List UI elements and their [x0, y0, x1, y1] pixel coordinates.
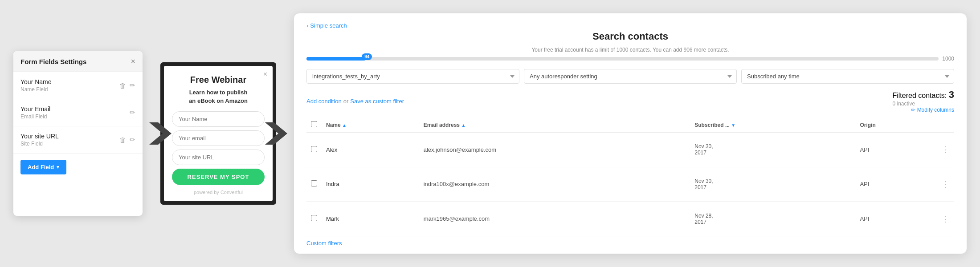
email-mark: mark1965@example.com: [419, 202, 690, 236]
webinar-subtitle: Learn how to publishan eBook on Amazon: [172, 89, 265, 105]
field-actions-url: 🗑 ✏: [119, 136, 135, 144]
field-text-email: Your Email Email Field: [20, 105, 50, 120]
form-fields-settings-panel: Form Fields Settings × Your Name Name Fi…: [13, 51, 143, 216]
subscribed-alex: Nov 30,2017: [690, 133, 855, 167]
autoresponder-filter-select[interactable]: Any autoresponder setting: [524, 69, 737, 84]
field-text-name: Your Name Name Field: [20, 78, 52, 93]
header-subscribed[interactable]: Subscribed ... ▼: [690, 117, 855, 133]
chevron-down-icon: ▾: [57, 164, 59, 170]
simple-search-link[interactable]: ‹ Simple search: [306, 22, 347, 29]
header-origin: Origin: [855, 117, 937, 133]
row-menu-indra[interactable]: ⋮: [937, 167, 954, 202]
filtered-inactive: 0 inactive: [892, 101, 954, 107]
sort-name-icon: ▲: [342, 123, 347, 128]
field-sublabel-url: Site Field: [20, 141, 59, 147]
custom-filters-link[interactable]: Custom filters: [306, 240, 954, 247]
header-checkbox-col: [306, 117, 322, 133]
condition-row: Add condition or Save as custom filter F…: [306, 89, 954, 113]
contacts-table: Name ▲ Email address ▲ Subscribed ... ▼ …: [306, 117, 954, 236]
row-menu-mark[interactable]: ⋮: [937, 202, 954, 236]
filter-row: integrations_tests_by_arty Any autorespo…: [306, 69, 954, 84]
trial-info-text: Your free trial account has a limit of 1…: [306, 47, 954, 53]
webinar-panel-wrapper: × Free Webinar Learn how to publishan eB…: [160, 62, 276, 204]
modify-columns-link[interactable]: ✏ Modify columns: [892, 107, 954, 113]
field-text-url: Your site URL Site Field: [20, 133, 59, 147]
field-actions-email: ✏: [130, 109, 135, 117]
close-button[interactable]: ×: [131, 57, 135, 65]
condition-links: Add condition or Save as custom filter: [306, 98, 404, 105]
header-email: Email address ▲: [419, 117, 690, 133]
save-filter-link[interactable]: Save as custom filter: [350, 98, 404, 105]
field-row-url: Your site URL Site Field 🗑 ✏: [13, 126, 143, 154]
subscribed-indra: Nov 30,2017: [690, 167, 855, 202]
search-contacts-panel: ‹ Simple search Search contacts Your fre…: [294, 13, 967, 254]
table-header-row: Name ▲ Email address ▲ Subscribed ... ▼ …: [306, 117, 954, 133]
select-alex-checkbox[interactable]: [311, 146, 317, 152]
edit-field-name-button[interactable]: ✏: [130, 81, 135, 89]
page-title: Search contacts: [306, 31, 954, 42]
name-mark: Mark: [322, 202, 419, 236]
table-row: Indra indra100x@example.com Nov 30,2017 …: [306, 167, 954, 202]
ellipsis-icon: ⋮: [942, 145, 950, 154]
origin-mark: API: [855, 202, 937, 236]
select-all-checkbox[interactable]: [311, 121, 317, 127]
powered-by-label: powered by Convertful: [172, 190, 265, 195]
panel-title: Form Fields Settings: [20, 58, 86, 65]
simple-search-label: Simple search: [310, 22, 347, 29]
list-filter-select[interactable]: integrations_tests_by_arty: [306, 69, 519, 84]
origin-indra: API: [855, 167, 937, 202]
name-alex: Alex: [322, 133, 419, 167]
add-field-label: Add Field: [28, 164, 54, 170]
field-label-url: Your site URL: [20, 133, 59, 140]
field-sublabel-name: Name Field: [20, 86, 52, 93]
progress-track: 94: [306, 57, 939, 61]
webinar-email-input[interactable]: [172, 130, 265, 146]
filtered-info: Filtered contacts: 3 0 inactive ✏ Modify…: [892, 89, 954, 113]
email-alex: alex.johnson@example.com: [419, 133, 690, 167]
edit-field-url-button[interactable]: ✏: [130, 136, 135, 144]
progress-fill: 94: [306, 57, 366, 61]
webinar-outer-frame: × Free Webinar Learn how to publishan eB…: [160, 62, 276, 204]
pencil-icon: ✏: [911, 107, 915, 113]
webinar-title: Free Webinar: [172, 75, 265, 85]
progress-max: 1000: [942, 56, 954, 62]
field-row-email: Your Email Email Field ✏: [13, 99, 143, 126]
webinar-close-button[interactable]: ×: [263, 70, 267, 78]
add-field-button[interactable]: Add Field ▾: [20, 160, 66, 174]
subscribed-filter-select[interactable]: Subscribed any time: [741, 69, 954, 84]
row-menu-alex[interactable]: ⋮: [937, 133, 954, 167]
add-condition-link[interactable]: Add condition: [306, 98, 342, 105]
webinar-url-input[interactable]: [172, 150, 265, 165]
ellipsis-icon: ⋮: [942, 180, 950, 189]
ellipsis-icon: ⋮: [942, 214, 950, 223]
table-row: Alex alex.johnson@example.com Nov 30,201…: [306, 133, 954, 167]
row-checkbox-indra: [306, 167, 322, 202]
email-indra: indra100x@example.com: [419, 167, 690, 202]
webinar-form-panel: × Free Webinar Learn how to publishan eB…: [164, 66, 273, 201]
select-indra-checkbox[interactable]: [311, 180, 317, 186]
header-name: Name ▲: [322, 117, 419, 133]
table-row: Mark mark1965@example.com Nov 28,2017 AP…: [306, 202, 954, 236]
field-label-email: Your Email: [20, 105, 50, 113]
chevron-left-icon: ‹: [306, 22, 308, 29]
search-nav: ‹ Simple search: [306, 22, 954, 29]
origin-alex: API: [855, 133, 937, 167]
webinar-name-input[interactable]: [172, 111, 265, 127]
name-indra: Indra: [322, 167, 419, 202]
webinar-cta-button[interactable]: RESERVE MY SPOT: [172, 169, 265, 185]
delete-field-url-button[interactable]: 🗑: [119, 136, 126, 144]
select-mark-checkbox[interactable]: [311, 215, 317, 221]
edit-field-email-button[interactable]: ✏: [130, 109, 135, 117]
field-sublabel-email: Email Field: [20, 113, 50, 120]
progress-row: 94 1000: [306, 56, 954, 62]
filtered-label: Filtered contacts:: [892, 92, 947, 99]
field-label-name: Your Name: [20, 78, 52, 85]
row-checkbox-mark: [306, 202, 322, 236]
field-row-name: Your Name Name Field 🗑 ✏: [13, 72, 143, 99]
filtered-count: 3: [949, 89, 954, 100]
delete-field-name-button[interactable]: 🗑: [119, 82, 126, 89]
sort-email-icon: ▲: [461, 123, 466, 128]
header-menu-col: [937, 117, 954, 133]
subscribed-mark: Nov 28,2017: [690, 202, 855, 236]
panel-header: Form Fields Settings ×: [13, 51, 143, 72]
